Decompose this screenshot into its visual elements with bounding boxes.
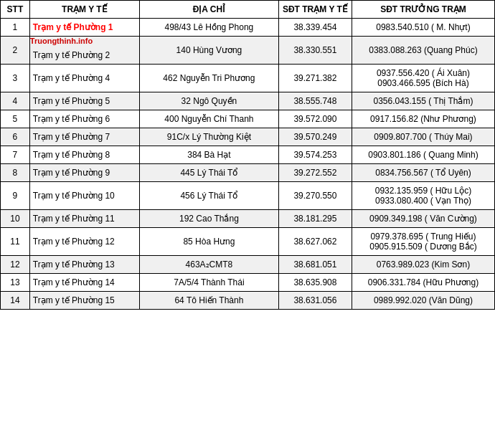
cell-sdt-truong: 0356.043.155 ( Thị Thắm)	[352, 92, 494, 110]
cell-sdt-truong: 0763.989.023 (Kim Sơn)	[352, 256, 494, 274]
cell-tram: Trạm y tế Phường 5	[29, 92, 139, 110]
cell-sdt-truong: 0834.756.567 ( Tổ Uyên)	[352, 164, 494, 182]
table-row: 1Trạm y tế Phường 1498/43 Lê Hồng Phong3…	[1, 19, 495, 37]
cell-diachi: 192 Cao Thắng	[139, 210, 278, 228]
cell-sdt-tram: 39.271.382	[278, 65, 352, 92]
cell-sdt-tram: 38.330.551	[278, 37, 352, 65]
cell-sdt-truong: 0989.992.020 (Văn Dũng)	[352, 292, 494, 310]
table-row: 2Truongthinh.infoTrạm y tế Phường 2140 H…	[1, 37, 495, 65]
cell-sdt-tram: 39.270.550	[278, 182, 352, 210]
cell-diachi: 91C/x Lý Thường Kiệt	[139, 128, 278, 146]
cell-diachi: 456 Lý Thái Tổ	[139, 182, 278, 210]
cell-stt: 1	[1, 19, 30, 37]
cell-sdt-truong: 0903.801.186 ( Quang Minh)	[352, 146, 494, 164]
cell-diachi: 140 Hùng Vương	[139, 37, 278, 65]
table-row: 11Trạm y tế Phường 1285 Hòa Hưng38.627.0…	[1, 228, 495, 256]
cell-tram: Trạm y tế Phường 7	[29, 128, 139, 146]
medical-stations-table: STT TRẠM Y TẾ ĐỊA CHỈ SĐT TRẠM Y TẾ SĐT …	[0, 0, 495, 310]
cell-tram: Trạm y tế Phường 8	[29, 146, 139, 164]
cell-diachi: 85 Hòa Hưng	[139, 228, 278, 256]
cell-diachi: 32 Ngô Quyền	[139, 92, 278, 110]
cell-diachi: 463A₂CMT8	[139, 256, 278, 274]
cell-stt: 11	[1, 228, 30, 256]
cell-tram: Trạm y tế Phường 4	[29, 65, 139, 92]
cell-sdt-truong: 0937.556.420 ( Ái Xuân)0903.466.595 (Bíc…	[352, 65, 494, 92]
table-row: 14Trạm y tế Phường 1564 Tô Hiến Thành38.…	[1, 292, 495, 310]
cell-tram: Trạm y tế Phường 11	[29, 210, 139, 228]
table-body: 1Trạm y tế Phường 1498/43 Lê Hồng Phong3…	[1, 19, 495, 310]
main-container: STT TRẠM Y TẾ ĐỊA CHỈ SĐT TRẠM Y TẾ SĐT …	[0, 0, 495, 310]
cell-tram: Trạm y tế Phường 9	[29, 164, 139, 182]
cell-tram: Trạm y tế Phường 1	[29, 19, 139, 37]
cell-sdt-tram: 39.572.090	[278, 110, 352, 128]
cell-tram: Trạm y tế Phường 13	[29, 256, 139, 274]
cell-sdt-tram: 39.570.249	[278, 128, 352, 146]
cell-stt: 3	[1, 65, 30, 92]
cell-tram: Trạm y tế Phường 12	[29, 228, 139, 256]
cell-tram: Trạm y tế Phường 10	[29, 182, 139, 210]
header-sdt-truong: SĐT TRƯỞNG TRẠM	[352, 1, 494, 19]
cell-stt: 2	[1, 37, 30, 65]
table-row: 7Trạm y tế Phường 8384 Bà Hạt39.574.2530…	[1, 146, 495, 164]
watermark: Truongthinh.info	[30, 37, 93, 45]
cell-diachi: 384 Bà Hạt	[139, 146, 278, 164]
header-sdt-tram: SĐT TRẠM Y TẾ	[278, 1, 352, 19]
cell-stt: 6	[1, 128, 30, 146]
cell-stt: 12	[1, 256, 30, 274]
table-row: 12Trạm y tế Phường 13463A₂CMT838.681.051…	[1, 256, 495, 274]
cell-tram: Trạm y tế Phường 6	[29, 110, 139, 128]
table-row: 10Trạm y tế Phường 11192 Cao Thắng38.181…	[1, 210, 495, 228]
cell-sdt-truong: 0983.540.510 ( M. Nhựt)	[352, 19, 494, 37]
cell-sdt-tram: 38.681.051	[278, 256, 352, 274]
cell-sdt-tram: 38.635.908	[278, 274, 352, 292]
cell-stt: 10	[1, 210, 30, 228]
cell-sdt-truong: 0917.156.82 (Như Phương)	[352, 110, 494, 128]
cell-diachi: 445 Lý Thái Tổ	[139, 164, 278, 182]
table-row: 8Trạm y tế Phường 9445 Lý Thái Tổ39.272.…	[1, 164, 495, 182]
table-header-row: STT TRẠM Y TẾ ĐỊA CHỈ SĐT TRẠM Y TẾ SĐT …	[1, 1, 495, 19]
cell-sdt-truong: 0909.807.700 ( Thúy Mai)	[352, 128, 494, 146]
cell-sdt-tram: 38.555.748	[278, 92, 352, 110]
header-diachi: ĐỊA CHỈ	[139, 1, 278, 19]
cell-diachi: 462 Nguyễn Tri Phương	[139, 65, 278, 92]
cell-diachi: 64 Tô Hiến Thành	[139, 292, 278, 310]
header-stt: STT	[1, 1, 30, 19]
cell-sdt-tram: 38.627.062	[278, 228, 352, 256]
cell-stt: 7	[1, 146, 30, 164]
table-row: 13Trạm y tế Phường 147A/5/4 Thành Thái38…	[1, 274, 495, 292]
cell-sdt-tram: 39.272.552	[278, 164, 352, 182]
cell-stt: 5	[1, 110, 30, 128]
table-row: 5Trạm y tế Phường 6400 Nguyễn Chí Thanh3…	[1, 110, 495, 128]
table-row: 4Trạm y tế Phường 532 Ngô Quyền38.555.74…	[1, 92, 495, 110]
cell-sdt-truong: 0979.378.695 ( Trung Hiếu)0905.915.509 (…	[352, 228, 494, 256]
table-row: 9Trạm y tế Phường 10456 Lý Thái Tổ39.270…	[1, 182, 495, 210]
cell-tram: Truongthinh.infoTrạm y tế Phường 2	[29, 37, 139, 65]
header-tram: TRẠM Y TẾ	[29, 1, 139, 19]
cell-sdt-truong: 0909.349.198 ( Văn Cường)	[352, 210, 494, 228]
cell-sdt-tram: 39.574.253	[278, 146, 352, 164]
cell-sdt-tram: 38.631.056	[278, 292, 352, 310]
cell-stt: 8	[1, 164, 30, 182]
cell-diachi: 498/43 Lê Hồng Phong	[139, 19, 278, 37]
cell-diachi: 7A/5/4 Thành Thái	[139, 274, 278, 292]
cell-sdt-truong: 0932.135.959 ( Hữu Lộc)0933.080.400 ( Vạ…	[352, 182, 494, 210]
cell-sdt-truong: 0906.331.784 (Hữu Phương)	[352, 274, 494, 292]
cell-sdt-truong: 0383.088.263 (Quang Phúc)	[352, 37, 494, 65]
cell-sdt-tram: 38.181.295	[278, 210, 352, 228]
cell-stt: 14	[1, 292, 30, 310]
cell-stt: 9	[1, 182, 30, 210]
table-row: 3Trạm y tế Phường 4462 Nguyễn Tri Phương…	[1, 65, 495, 92]
cell-tram: Trạm y tế Phường 15	[29, 292, 139, 310]
cell-diachi: 400 Nguyễn Chí Thanh	[139, 110, 278, 128]
cell-stt: 13	[1, 274, 30, 292]
cell-tram: Trạm y tế Phường 14	[29, 274, 139, 292]
cell-stt: 4	[1, 92, 30, 110]
cell-sdt-tram: 38.339.454	[278, 19, 352, 37]
table-row: 6Trạm y tế Phường 791C/x Lý Thường Kiệt3…	[1, 128, 495, 146]
